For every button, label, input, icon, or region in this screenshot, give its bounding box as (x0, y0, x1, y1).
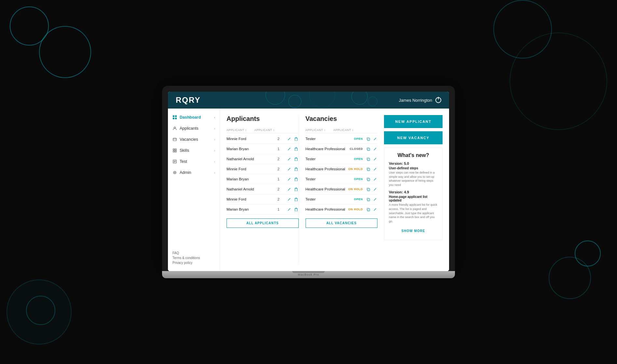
vacancy-status: OPEN (352, 136, 364, 141)
copy-vacancy-button[interactable] (365, 176, 371, 182)
svg-rect-26 (366, 157, 368, 159)
edit-applicant-button[interactable] (287, 146, 292, 151)
vacancies-col2-header: APPLICANT ↕ (333, 128, 361, 132)
copy-vacancy-button[interactable] (365, 197, 371, 202)
laptop-notch (292, 271, 325, 273)
test-icon (172, 159, 177, 164)
vacancies-col1-header: APPLICANT ↕ (306, 128, 334, 132)
privacy-link[interactable]: Privacy policy (172, 261, 215, 265)
delete-applicant-button[interactable] (294, 136, 299, 141)
new-applicant-button[interactable]: NEW APPLICANT (384, 115, 443, 128)
vacancy-row-actions (365, 146, 377, 151)
delete-applicant-button[interactable] (294, 166, 299, 172)
applicant-row-actions (287, 207, 299, 212)
svg-rect-36 (366, 208, 368, 210)
svg-rect-0 (173, 115, 174, 117)
all-vacancies-button[interactable]: ALL VACANCIES (306, 218, 378, 228)
svg-rect-29 (367, 178, 369, 180)
faq-link[interactable]: FAQ (172, 251, 215, 255)
svg-rect-25 (367, 158, 369, 160)
edit-applicant-button[interactable] (287, 166, 292, 172)
sidebar-item-skills[interactable]: Skills › (168, 145, 220, 156)
vacancy-status: OPEN (352, 157, 364, 161)
sidebar-item-dashboard[interactable]: Dashboard › (168, 112, 220, 123)
show-more-button[interactable]: SHOW MORE (389, 227, 438, 235)
delete-applicant-button[interactable] (294, 176, 299, 182)
svg-rect-34 (366, 198, 368, 200)
edit-vacancy-button[interactable] (372, 207, 377, 212)
sidebar-item-label-dashboard: Dashboard (180, 115, 201, 120)
delete-applicant-button[interactable] (294, 197, 299, 202)
chevron-admin: › (214, 171, 215, 175)
copy-vacancy-button[interactable] (365, 136, 371, 141)
copy-vacancy-button[interactable] (365, 187, 371, 192)
applicant-row-actions (287, 136, 299, 141)
edit-applicant-button[interactable] (287, 207, 292, 212)
edit-applicant-button[interactable] (287, 197, 292, 202)
copy-vacancy-button[interactable] (365, 156, 371, 162)
versions-list: Version: 5.0 User-defined steps User ste… (389, 162, 438, 223)
sidebar-footer: FAQ Terms & conditions Privacy policy (168, 247, 220, 268)
edit-vacancy-button[interactable] (372, 166, 377, 172)
edit-applicant-button[interactable] (287, 136, 292, 141)
sidebar-item-admin[interactable]: Admin › (168, 167, 220, 178)
copy-vacancy-button[interactable] (365, 166, 371, 172)
edit-applicant-button[interactable] (287, 176, 292, 182)
sidebar-item-applicants[interactable]: Applicants › (168, 123, 220, 134)
svg-rect-35 (367, 208, 369, 211)
all-applicants-button[interactable]: ALL APPLICANTS (226, 218, 299, 228)
edit-applicant-button[interactable] (287, 187, 292, 192)
svg-point-12 (174, 172, 175, 173)
edit-vacancy-button[interactable] (372, 187, 377, 192)
delete-applicant-button[interactable] (294, 146, 299, 151)
svg-rect-33 (367, 198, 369, 201)
edit-applicant-button[interactable] (287, 156, 292, 162)
applicant-row: Minnie Ford 2 (226, 194, 299, 204)
edit-vacancy-button[interactable] (372, 176, 377, 182)
svg-rect-19 (295, 198, 297, 201)
sidebar-item-vacancies[interactable]: Vacancies › (168, 134, 220, 145)
power-icon[interactable] (435, 97, 441, 103)
edit-vacancy-button[interactable] (372, 156, 377, 162)
delete-applicant-button[interactable] (294, 187, 299, 192)
dashboard-icon (172, 115, 177, 120)
svg-rect-32 (366, 188, 368, 189)
new-vacancy-button[interactable]: NEW VACANCY (384, 131, 443, 144)
vacancy-row-actions (365, 176, 377, 182)
svg-rect-7 (175, 149, 176, 150)
applicant-row: Minnie Ford 2 (226, 134, 299, 144)
delete-applicant-button[interactable] (294, 156, 299, 162)
skills-icon (172, 148, 177, 153)
sidebar-item-test[interactable]: Test › (168, 156, 220, 167)
svg-rect-1 (175, 115, 177, 117)
copy-vacancy-button[interactable] (365, 207, 371, 212)
vacancies-table: Tester OPEN Healthcare Professional CLOS… (306, 134, 378, 214)
header-user: James Norrington (399, 97, 441, 103)
svg-rect-27 (367, 168, 369, 170)
laptop-bezel: RQRY James Norrington (162, 86, 455, 271)
svg-rect-8 (173, 151, 174, 152)
vacancy-status: CLOSED (348, 147, 364, 151)
edit-vacancy-button[interactable] (372, 197, 377, 202)
copy-vacancy-button[interactable] (365, 146, 371, 151)
vacancy-row-actions (365, 207, 377, 212)
delete-applicant-button[interactable] (294, 207, 299, 212)
app-header: RQRY James Norrington (168, 92, 449, 109)
svg-rect-23 (367, 148, 369, 150)
svg-rect-24 (366, 147, 368, 149)
vacancy-row-actions (365, 197, 377, 202)
applicant-row-actions (287, 176, 299, 182)
terms-link[interactable]: Terms & conditions (172, 256, 215, 260)
edit-vacancy-button[interactable] (372, 136, 377, 141)
applicants-section: Applicants APPLICANT ↕ APPLICANT ↕ Minni… (226, 115, 299, 265)
svg-rect-30 (366, 177, 368, 179)
svg-rect-3 (175, 118, 177, 119)
edit-vacancy-button[interactable] (372, 146, 377, 151)
vacancy-row: Healthcare Professional CLOSED (306, 144, 378, 154)
applicants-table-header: APPLICANT ↕ APPLICANT ↕ (226, 127, 299, 133)
applicant-row-actions (287, 166, 299, 172)
sidebar-item-label-vacancies: Vacancies (180, 137, 198, 142)
laptop-wrapper: RQRY James Norrington (162, 86, 455, 278)
applicants-col2-header: APPLICANT ↕ (254, 128, 282, 132)
sidebar-item-label-applicants: Applicants (180, 126, 199, 131)
